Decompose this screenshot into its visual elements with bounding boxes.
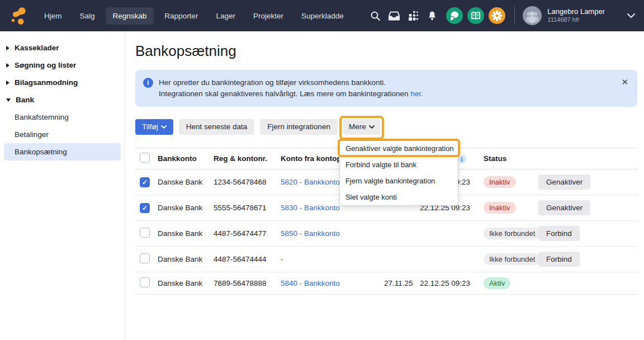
user-menu-chevron-down-icon[interactable] [627,13,635,18]
nav-regnskab[interactable]: Regnskab [106,7,154,25]
sidebar-item-bank[interactable]: Bank [0,91,125,108]
sidebar: Kasseklader Søgning og lister Bilagsanmo… [0,31,125,340]
cell-updated: 22.12.25 09:23 [420,272,484,295]
banner-line2-suffix: . [421,89,423,98]
row-action-button[interactable]: Forbind [538,252,580,267]
account-text: - [281,255,283,263]
info-icon [143,78,153,88]
chat-support-icon[interactable] [446,7,463,24]
sidebar-item-betalinger[interactable]: Betalinger [4,126,121,143]
cell-regnr: 4487-56474477 [214,221,281,247]
inbox-icon[interactable] [385,6,404,25]
row-checkbox[interactable] [140,228,150,238]
topbar-divider [514,6,515,25]
chevron-down-icon [161,125,167,129]
hent-seneste-data-button[interactable]: Hent seneste data [179,119,255,135]
account-link[interactable]: 5830 - Bankkonto [281,204,340,212]
table-row: Danske Bank 4487-56474477 5850 - Bankkon… [135,221,637,247]
nav-rapporter[interactable]: Rapporter [157,7,205,25]
info-icon[interactable] [458,155,466,163]
banner-text: Her opretter du bankintegration og tilfø… [159,77,423,100]
sidebar-item-bankopsaetning[interactable]: Bankopsætning [4,143,121,160]
account-link[interactable]: 5820 - Bankkonto [281,178,340,186]
chevron-down-icon [6,98,11,102]
header-actions [538,148,637,169]
cell-bank: Danske Bank [158,169,214,195]
cell-regnr: 1234-56478468 [214,169,281,195]
cell-bank: Danske Bank [158,272,214,295]
settings-gear-icon[interactable] [489,7,505,24]
status-badge: Aktiv [484,277,510,289]
notifications-bell-icon[interactable] [423,6,442,25]
mere-dropdown-menu: Genaktiver valgte bankintegration Forbin… [339,140,458,206]
company-avatar[interactable] [523,6,542,25]
sidebar-item-label: Kasseklader [15,44,59,52]
toolbar: Tilføj Hent seneste data Fjern integrati… [135,119,637,135]
sidebar-item-sogning-og-lister[interactable]: Søgning og lister [0,56,125,74]
banner-her-link[interactable]: her [410,89,421,98]
account-link[interactable]: 5850 - Bankkonto [281,229,340,238]
menu-item-genaktiver-valgte[interactable]: Genaktiver valgte bankintegration [340,140,458,157]
banner-close-icon[interactable]: ✕ [621,78,628,86]
nav-lager[interactable]: Lager [209,7,243,25]
page-title: Bankopsætning [135,42,637,60]
user-block[interactable]: Langebro Lamper 1114687 hfr [547,7,605,24]
row-action-button[interactable]: Genaktiver [538,200,590,215]
row-action-button[interactable]: Forbind [538,226,580,241]
main-content: Bankopsætning Her opretter du bankintegr… [125,31,644,340]
tilfoj-label: Tilføj [142,122,158,131]
apps-grid-icon[interactable] [404,6,423,25]
cell-date: 27.11.25 [384,272,420,295]
nav-projekter[interactable]: Projekter [246,7,291,25]
banner-line2: Integrationen skal genaktiveres halvårli… [159,89,410,98]
cell-bank: Danske Bank [158,221,214,247]
row-checkbox[interactable] [140,253,150,263]
menu-item-fjern-valgte[interactable]: Fjern valgte bankintegration [340,173,458,189]
nav-superkladde[interactable]: Superkladde [294,7,351,25]
header-bankkonto: Bankkonto [158,148,214,169]
tilfoj-button[interactable]: Tilføj [135,119,173,135]
company-id: 1114687 hfr [547,16,605,24]
status-badge: Inaktiv [484,202,516,214]
sidebar-item-label: Bank [16,96,34,104]
sidebar-item-label: Søgning og lister [15,61,76,69]
cell-bank: Danske Bank [158,195,214,221]
banner-line1: Her opretter du bankintegration og tilfø… [159,78,386,87]
company-name: Langebro Lamper [547,7,605,16]
header-status: Status [484,148,538,169]
status-badge: Inaktiv [484,176,516,188]
cell-regnr: 7689-56478888 [214,272,281,295]
cell-date [384,247,420,272]
nav-hjem[interactable]: Hjem [37,7,69,25]
row-checkbox[interactable] [140,177,150,187]
main-nav: Hjem Salg Regnskab Rapporter Lager Proje… [37,7,351,25]
sidebar-item-bankafstemning[interactable]: Bankafstemning [4,108,121,126]
sidebar-item-kasseklader[interactable]: Kasseklader [0,39,125,56]
fjern-integrationen-button[interactable]: Fjern integrationen [260,119,338,135]
row-checkbox[interactable] [140,277,150,287]
help-book-icon[interactable] [467,7,484,24]
nav-salg[interactable]: Salg [73,7,102,25]
select-all-checkbox[interactable] [140,153,150,163]
row-checkbox[interactable] [140,203,150,213]
search-icon[interactable] [366,6,385,25]
app-logo-icon[interactable] [8,4,30,27]
chevron-down-icon [369,125,375,129]
topbar: Hjem Salg Regnskab Rapporter Lager Proje… [0,0,644,31]
account-link[interactable]: 5840 - Bankkonto [281,279,340,287]
table-row: Danske Bank 7689-56478888 5840 - Bankkon… [135,272,637,295]
cell-regnr: 5555-56478671 [214,195,281,221]
sidebar-item-bilagsanmodning[interactable]: Bilagsanmodning [0,74,125,91]
mere-button[interactable]: Mere [343,119,380,135]
menu-item-forbind-valgte[interactable]: Forbind valgte til bank [340,157,458,173]
header-regnr: Reg & kontonr. [214,148,281,169]
menu-item-slet-valgte[interactable]: Slet valgte konti [340,189,458,205]
chevron-right-icon [6,63,10,68]
status-badge: Ikke forbundet [484,228,541,239]
row-action-button[interactable]: Genaktiver [538,174,590,190]
app-root: { "topbar": { "nav": [ {"label": "Hjem"}… [0,0,644,340]
cell-date [384,221,420,247]
chevron-right-icon [6,81,10,85]
mere-label: Mere [349,122,366,131]
sidebar-item-label: Bilagsanmodning [15,78,78,87]
